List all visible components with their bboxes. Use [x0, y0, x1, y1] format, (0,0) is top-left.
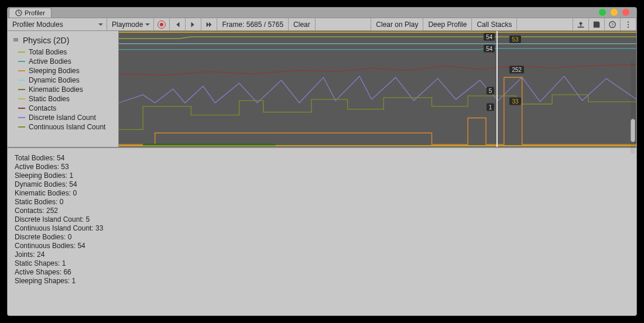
clear-button[interactable]: Clear — [289, 18, 316, 30]
svg-point-4 — [628, 23, 629, 25]
svg-point-3 — [628, 21, 629, 22]
value-label-252: 252 — [509, 66, 524, 74]
legend-label: Sleeping Bodies — [29, 67, 80, 75]
module-title: Physics (2D) — [23, 36, 69, 45]
chart-legend: Physics (2D) Total BodiesActive BodiesSl… — [8, 31, 119, 147]
legend-swatch — [18, 61, 25, 62]
detail-line: Continuous Island Count: 33 — [15, 224, 629, 233]
scrollbar-vertical[interactable] — [631, 60, 635, 154]
menu-icon — [624, 20, 632, 29]
legend-swatch — [18, 51, 25, 53]
detail-line: Active Bodies: 53 — [15, 163, 629, 171]
profiler-icon — [15, 9, 22, 16]
frame-counter: Frame: 5685 / 5765 — [217, 18, 289, 30]
record-button[interactable] — [154, 18, 170, 30]
save-icon — [592, 20, 601, 29]
detail-line: Total Bodies: 54 — [15, 154, 629, 163]
last-frame-icon — [205, 20, 213, 29]
chart-area[interactable]: 54 53 54 252 5 33 1 — [119, 31, 636, 147]
profiler-modules-dropdown[interactable]: Profiler Modules — [8, 18, 107, 30]
legend-item[interactable]: Total Bodies — [8, 47, 118, 57]
value-label-54b: 54 — [484, 45, 495, 53]
prev-frame-icon — [173, 20, 181, 29]
detail-line: Active Shapes: 66 — [15, 268, 629, 277]
context-menu-button[interactable] — [621, 18, 636, 30]
legend-swatch — [18, 70, 25, 71]
detail-line: Dynamic Bodies: 54 — [15, 180, 629, 189]
frame-cursor[interactable] — [496, 31, 498, 147]
legend-label: Dynamic Bodies — [29, 76, 80, 84]
legend-label: Continuous Island Count — [29, 123, 105, 131]
legend-swatch — [18, 117, 25, 118]
detail-line: Joints: 24 — [15, 250, 629, 259]
detail-line: Discrete Bodies: 0 — [15, 233, 629, 242]
playmode-dropdown[interactable]: Playmode — [107, 18, 154, 30]
legend-label: Active Bodies — [29, 57, 71, 66]
minimize-button[interactable] — [611, 9, 618, 16]
legend-item[interactable]: Discrete Island Count — [8, 113, 118, 122]
profiler-window: Profiler Profiler Modules Playmode Frame… — [7, 7, 637, 316]
load-button[interactable] — [573, 18, 589, 30]
legend-swatch — [18, 126, 25, 128]
legend-label: Static Bodies — [29, 95, 70, 103]
legend-swatch — [18, 98, 25, 99]
detail-line: Sleeping Shapes: 1 — [15, 277, 629, 286]
close-button[interactable] — [622, 9, 629, 16]
legend-label: Total Bodies — [29, 48, 67, 56]
module-row: Physics (2D) Total BodiesActive BodiesSl… — [8, 31, 636, 148]
module-title-row[interactable]: Physics (2D) — [8, 33, 118, 47]
details-pane: Total Bodies: 54Active Bodies: 53Sleepin… — [8, 148, 636, 315]
next-frame-icon — [189, 20, 197, 29]
legend-item[interactable]: Continuous Island Count — [8, 122, 118, 132]
legend-label: Discrete Island Count — [29, 114, 96, 122]
toolbar-spacer — [316, 18, 372, 30]
svg-text:?: ? — [611, 22, 614, 27]
window-controls — [599, 9, 629, 16]
call-stacks-button[interactable]: Call Stacks — [472, 18, 517, 30]
prev-frame-button[interactable] — [170, 18, 186, 30]
legend-swatch — [18, 89, 25, 90]
legend-label: Kinematic Bodies — [29, 85, 83, 94]
legend-item[interactable]: Dynamic Bodies — [8, 75, 118, 85]
load-icon — [577, 20, 585, 29]
save-button[interactable] — [589, 18, 605, 30]
chart-svg — [119, 31, 636, 147]
help-button[interactable]: ? — [605, 18, 621, 30]
legend-item[interactable]: Contacts — [8, 104, 118, 113]
legend-item[interactable]: Sleeping Bodies — [8, 66, 118, 75]
next-frame-button[interactable] — [186, 18, 201, 30]
detail-line: Continuous Bodies: 54 — [15, 242, 629, 250]
value-label-5: 5 — [487, 87, 495, 95]
detail-line: Kinematic Bodies: 0 — [15, 189, 629, 198]
detail-line: Discrete Island Count: 5 — [15, 215, 629, 224]
legend-swatch — [18, 80, 25, 81]
value-label-1: 1 — [487, 104, 495, 111]
record-icon — [157, 20, 166, 29]
help-icon: ? — [608, 20, 616, 29]
legend-swatch — [18, 108, 25, 109]
tab-label: Profiler — [25, 9, 45, 16]
deep-profile-button[interactable]: Deep Profile — [423, 18, 472, 30]
svg-point-5 — [628, 26, 629, 28]
clear-on-play-button[interactable]: Clear on Play — [371, 18, 423, 30]
drag-handle-icon — [12, 36, 19, 45]
legend-item[interactable]: Kinematic Bodies — [8, 85, 118, 94]
tab-bar: Profiler — [8, 8, 636, 18]
detail-line: Sleeping Bodies: 1 — [15, 171, 629, 180]
detail-line: Static Shapes: 1 — [15, 259, 629, 268]
legend-label: Contacts — [29, 104, 56, 112]
toolbar: Profiler Modules Playmode Frame: 5685 / … — [8, 18, 636, 31]
detail-line: Static Bodies: 0 — [15, 198, 629, 207]
detail-line: Contacts: 252 — [15, 207, 629, 215]
value-label-33: 33 — [509, 98, 520, 105]
legend-item[interactable]: Active Bodies — [8, 57, 118, 66]
maximize-button[interactable] — [599, 9, 606, 16]
last-frame-button[interactable] — [201, 18, 217, 30]
value-label-53: 53 — [509, 36, 520, 43]
scrollbar-thumb[interactable] — [631, 119, 635, 142]
legend-item[interactable]: Static Bodies — [8, 94, 118, 104]
value-label-54a: 54 — [484, 33, 495, 41]
tab-profiler[interactable]: Profiler — [9, 8, 52, 18]
